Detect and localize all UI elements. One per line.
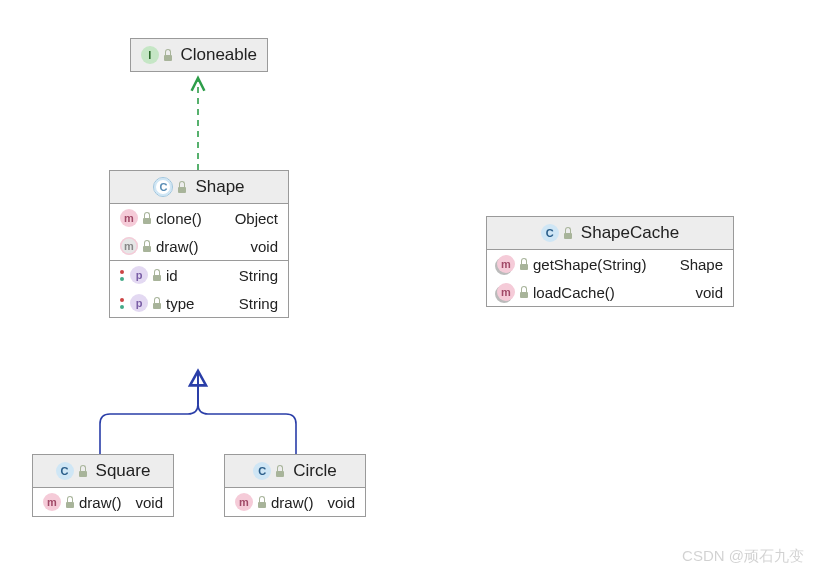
lock-icon (65, 496, 75, 508)
watermark: CSDN @顽石九变 (682, 547, 804, 566)
property-type: String (239, 267, 278, 284)
class-header: C Shape (110, 171, 288, 204)
method-icon: m (43, 493, 61, 511)
method-signature: clone() (156, 210, 231, 227)
method-row: m getShape(String) Shape (487, 250, 733, 278)
static-method-icon: m (497, 283, 515, 301)
lock-icon (142, 212, 152, 224)
method-signature: draw() (271, 494, 323, 511)
lock-icon (152, 269, 162, 281)
lock-icon (519, 286, 529, 298)
static-method-icon: m (497, 255, 515, 273)
lock-icon (152, 297, 162, 309)
class-header: C Square (33, 455, 173, 488)
property-icon: p (130, 294, 148, 312)
class-icon: C (56, 462, 74, 480)
extends-connector-square (100, 370, 198, 454)
method-row: m draw() void (33, 488, 173, 516)
method-signature: draw() (79, 494, 131, 511)
access-dots-icon (120, 298, 124, 309)
lock-icon (142, 240, 152, 252)
method-return: Object (235, 210, 278, 227)
method-row: m draw() void (225, 488, 365, 516)
lock-icon (78, 465, 88, 477)
property-icon: p (130, 266, 148, 284)
class-shape: C Shape m clone() Object m draw() void p… (109, 170, 289, 318)
class-title: Shape (195, 177, 244, 197)
extends-connector-circle (198, 370, 296, 454)
method-row: m draw() void (110, 232, 288, 260)
class-title: Circle (293, 461, 336, 481)
method-return: void (695, 284, 723, 301)
property-name: id (166, 267, 235, 284)
class-title: Cloneable (180, 45, 257, 65)
property-row: p type String (110, 289, 288, 317)
method-icon: m (235, 493, 253, 511)
method-return: void (250, 238, 278, 255)
method-icon: m (120, 209, 138, 227)
class-title: ShapeCache (581, 223, 679, 243)
lock-icon (519, 258, 529, 270)
method-signature: draw() (156, 238, 246, 255)
class-header: I Cloneable (131, 39, 267, 71)
abstract-method-icon: m (120, 237, 138, 255)
lock-icon (257, 496, 267, 508)
property-type: String (239, 295, 278, 312)
class-square: C Square m draw() void (32, 454, 174, 517)
property-row: p id String (110, 260, 288, 289)
class-icon: C (253, 462, 271, 480)
method-return: Shape (680, 256, 723, 273)
method-row: m loadCache() void (487, 278, 733, 306)
property-name: type (166, 295, 235, 312)
class-circle: C Circle m draw() void (224, 454, 366, 517)
class-header: C Circle (225, 455, 365, 488)
access-dots-icon (120, 270, 124, 281)
method-return: void (135, 494, 163, 511)
lock-icon (275, 465, 285, 477)
lock-icon (563, 227, 573, 239)
class-shapecache: C ShapeCache m getShape(String) Shape m … (486, 216, 734, 307)
method-return: void (327, 494, 355, 511)
method-signature: getShape(String) (533, 256, 676, 273)
class-icon: C (541, 224, 559, 242)
class-title: Square (96, 461, 151, 481)
lock-icon (177, 181, 187, 193)
method-row: m clone() Object (110, 204, 288, 232)
interface-cloneable: I Cloneable (130, 38, 268, 72)
abstract-class-icon: C (153, 177, 173, 197)
interface-icon: I (141, 46, 159, 64)
method-signature: loadCache() (533, 284, 691, 301)
lock-icon (163, 49, 173, 61)
class-header: C ShapeCache (487, 217, 733, 250)
